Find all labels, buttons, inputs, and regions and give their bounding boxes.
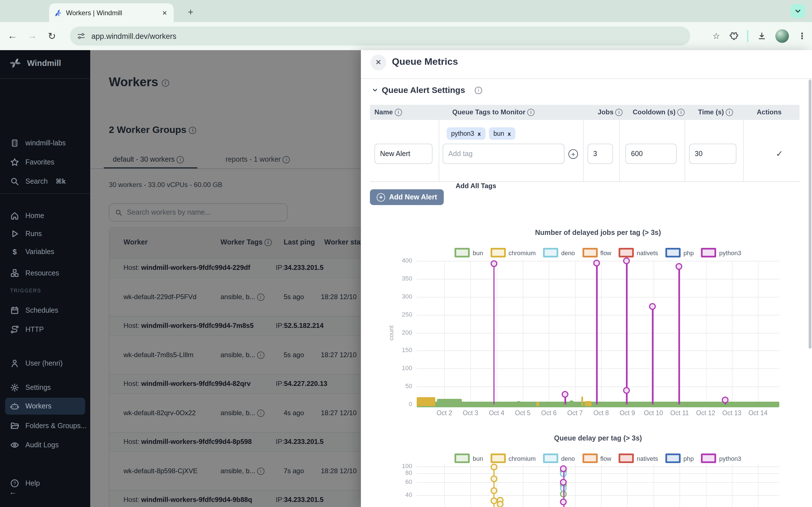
- tab-search-button[interactable]: [791, 4, 805, 18]
- add-all-tags-link[interactable]: Add All Tags: [456, 182, 496, 190]
- legend-label: deno: [561, 249, 575, 256]
- legend-label: php: [683, 249, 694, 256]
- reload-button[interactable]: ↻: [45, 30, 59, 42]
- sidebar-item-user[interactable]: User (henri): [5, 355, 85, 372]
- bookmark-star-icon[interactable]: ☆: [712, 31, 720, 41]
- legend-label: deno: [561, 455, 575, 462]
- extensions-icon[interactable]: [729, 32, 738, 41]
- site-settings-icon[interactable]: [77, 32, 86, 41]
- sidebar-item-label: windmill-labs: [26, 139, 66, 147]
- delayed-jobs-chart: Number of delayed jobs per tag (> 3s)bun…: [361, 222, 812, 428]
- star-icon: [10, 158, 19, 167]
- sidebar-item-workers[interactable]: Workers: [5, 398, 85, 414]
- sidebar-item-schedules[interactable]: Schedules: [5, 302, 85, 319]
- add-new-alert-button[interactable]: + Add New Alert: [370, 189, 444, 205]
- jobs-input[interactable]: [588, 144, 613, 164]
- legend-label: python3: [719, 249, 741, 256]
- route-icon: [10, 325, 19, 334]
- info-icon[interactable]: i: [527, 109, 535, 116]
- sidebar-item-help[interactable]: ?Help: [5, 475, 85, 492]
- chart-plot: 100806040: [417, 464, 779, 507]
- gridline: [417, 279, 779, 279]
- remove-tag-icon[interactable]: x: [507, 130, 511, 136]
- alert-settings-title: Queue Alert Settings: [382, 85, 465, 95]
- legend-swatch: [701, 248, 716, 258]
- sidebar-item-label: HTTP: [26, 326, 44, 334]
- alert-name-input[interactable]: [374, 144, 433, 164]
- alert-settings-table: Name i Queue Tags to Monitor i Jobs i Co…: [370, 105, 800, 182]
- sidebar-item-audit-logs[interactable]: Audit Logs: [5, 437, 85, 453]
- spike-line-python3: [596, 265, 598, 404]
- legend-label: nativets: [637, 249, 658, 256]
- play-icon: [10, 229, 19, 238]
- address-bar[interactable]: app.windmill.dev/workers: [70, 26, 690, 46]
- y-tick-label: 250: [392, 311, 412, 318]
- drawer-scrollbar[interactable]: [809, 79, 811, 349]
- data-point-marker: [649, 303, 656, 310]
- sidebar-item-settings[interactable]: Settings: [5, 379, 85, 396]
- info-icon[interactable]: i: [726, 109, 733, 116]
- sidebar-item-home[interactable]: Home: [5, 207, 85, 224]
- gridline: [575, 261, 576, 404]
- gridline: [601, 261, 602, 404]
- remove-tag-icon[interactable]: x: [477, 130, 481, 136]
- sidebar-item-label: Folders & Groups...: [26, 422, 87, 430]
- gridline: [417, 333, 779, 333]
- sidebar-item-resources[interactable]: Resources: [5, 265, 85, 282]
- spike-line-python3: [626, 263, 627, 404]
- confirm-alert-icon[interactable]: ✓: [776, 149, 783, 159]
- sidebar-item-label: User (henri): [26, 359, 63, 367]
- sidebar-item-favorites[interactable]: Favorites: [5, 154, 85, 171]
- back-button[interactable]: ←: [5, 31, 20, 42]
- sidebar-item-variables[interactable]: $Variables: [5, 243, 85, 260]
- sidebar-item-search[interactable]: Search⌘k: [5, 173, 85, 190]
- baseline-noise: [585, 401, 592, 406]
- windmill-favicon: [54, 9, 61, 17]
- forward-button[interactable]: →: [25, 31, 40, 42]
- sidebar-item-windmill-labs[interactable]: windmill-labs: [5, 135, 85, 152]
- legend-item-chromium: chromium: [491, 248, 536, 258]
- tab-close-icon[interactable]: ✕: [160, 8, 169, 17]
- svg-text:$: $: [13, 247, 17, 256]
- legend-swatch: [582, 453, 598, 463]
- sidebar-item-label: Favorites: [26, 158, 54, 166]
- cooldown-input[interactable]: [625, 144, 677, 164]
- drawer-close-button[interactable]: ✕: [370, 55, 386, 70]
- x-tick-label: Oct 9: [619, 409, 635, 416]
- legend-item-flow: flow: [582, 248, 611, 258]
- info-icon[interactable]: i: [615, 109, 623, 116]
- info-icon[interactable]: i: [677, 109, 685, 116]
- sidebar-item-http[interactable]: HTTP: [5, 321, 85, 338]
- legend-swatch: [619, 453, 634, 463]
- modal-dim-overlay[interactable]: [90, 50, 361, 507]
- gridline: [523, 261, 523, 404]
- legend-item-python3: python3: [701, 248, 741, 258]
- info-icon[interactable]: i: [475, 87, 482, 94]
- url-text: app.windmill.dev/workers: [91, 32, 176, 40]
- gridline: [417, 351, 779, 351]
- profile-avatar[interactable]: [775, 29, 789, 43]
- browser-tab[interactable]: Workers | Windmill ✕: [49, 3, 174, 22]
- legend-label: bun: [473, 455, 483, 462]
- workspace-logo[interactable]: Windmill: [0, 50, 90, 76]
- gridline: [417, 473, 779, 474]
- section-collapse-icon[interactable]: [372, 87, 378, 93]
- sidebar-item-runs[interactable]: Runs: [5, 225, 85, 242]
- x-tick-label: Oct 4: [489, 409, 504, 416]
- data-point-marker: [490, 475, 497, 482]
- time-input[interactable]: [689, 144, 737, 164]
- legend-item-bun: bun: [455, 248, 483, 258]
- y-tick-label: 40: [392, 491, 412, 498]
- data-point-marker: [490, 463, 497, 470]
- add-tag-input[interactable]: [443, 144, 564, 164]
- gridline: [654, 464, 654, 507]
- new-tab-button[interactable]: +: [184, 6, 197, 19]
- info-icon[interactable]: i: [395, 109, 402, 116]
- download-icon[interactable]: [757, 32, 766, 41]
- sidebar-item-folders-groups[interactable]: Folders & Groups...: [5, 417, 85, 434]
- gridline: [732, 464, 732, 507]
- collapse-sidebar-icon[interactable]: ←: [9, 487, 17, 496]
- data-point-marker: [560, 465, 567, 472]
- browser-menu-icon[interactable]: ⋮: [798, 31, 806, 41]
- add-tag-button[interactable]: +: [568, 149, 578, 159]
